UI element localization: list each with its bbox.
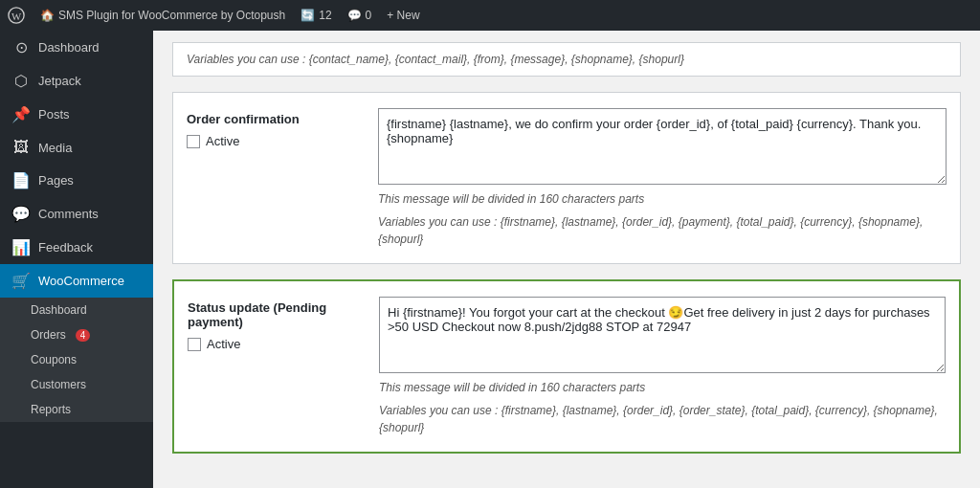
sidebar-item-woo-dashboard[interactable]: Dashboard [0, 298, 153, 322]
sidebar-item-woo-orders[interactable]: Orders 4 [0, 322, 153, 347]
status-update-content: This message will be divided in 160 char… [379, 297, 946, 436]
status-update-hint1: This message will be divided in 160 char… [379, 379, 946, 396]
pages-icon: 📄 [11, 171, 31, 189]
sidebar: ⊙ Dashboard ⬡ Jetpack 📌 Posts 🖼 Media 📄 … [0, 31, 153, 488]
updates-button[interactable]: 🔄 12 [301, 9, 331, 22]
sidebar-item-woo-coupons[interactable]: Coupons [0, 347, 153, 372]
top-vars-section: Variables you can use : {contact_name}, … [172, 42, 961, 77]
sidebar-item-comments[interactable]: 💬 Comments [0, 197, 153, 231]
order-confirmation-hint2: Variables you can use : {firstname}, {la… [378, 213, 947, 248]
status-update-row: Status update (Pending payment) Active T… [172, 279, 961, 454]
sidebar-item-dashboard[interactable]: ⊙ Dashboard [0, 31, 153, 64]
wp-logo[interactable]: W [8, 7, 25, 24]
new-button[interactable]: + New [387, 9, 419, 22]
sidebar-item-pages[interactable]: 📄 Pages [0, 164, 153, 197]
order-confirmation-hint1: This message will be divided in 160 char… [378, 190, 947, 208]
order-confirmation-content: This message will be divided in 160 char… [378, 108, 947, 248]
sidebar-item-woocommerce[interactable]: 🛒 WooCommerce [0, 264, 153, 298]
sidebar-item-woo-reports[interactable]: Reports [0, 397, 153, 422]
posts-icon: 📌 [11, 105, 31, 123]
order-confirmation-row: Order confirmation Active This message w… [172, 92, 961, 264]
sidebar-item-media[interactable]: 🖼 Media [0, 131, 153, 164]
woocommerce-icon: 🛒 [11, 272, 31, 290]
order-confirmation-checkbox[interactable] [187, 135, 200, 148]
comments-icon: 💬 [11, 205, 31, 223]
order-confirmation-active: Active [187, 134, 239, 148]
status-update-textarea[interactable] [379, 297, 946, 373]
svg-text:W: W [11, 11, 22, 22]
status-update-checkbox[interactable] [188, 338, 201, 351]
status-update-label: Status update (Pending payment) Active [188, 297, 360, 351]
order-confirmation-label: Order confirmation Active [187, 108, 359, 148]
sidebar-item-woo-customers[interactable]: Customers [0, 372, 153, 397]
site-name[interactable]: 🏠 SMS Plugin for WooCommerce by Octopush [40, 9, 285, 22]
sidebar-item-feedback[interactable]: 📊 Feedback [0, 231, 153, 264]
admin-bar: W 🏠 SMS Plugin for WooCommerce by Octopu… [0, 0, 980, 31]
jetpack-icon: ⬡ [11, 72, 31, 90]
main-content: Variables you can use : {contact_name}, … [153, 31, 980, 488]
status-update-active: Active [188, 337, 240, 351]
dashboard-icon: ⊙ [11, 38, 31, 56]
feedback-icon: 📊 [11, 238, 31, 256]
comments-button[interactable]: 💬 0 [347, 9, 372, 22]
sidebar-item-posts[interactable]: 📌 Posts [0, 98, 153, 131]
sidebar-item-jetpack[interactable]: ⬡ Jetpack [0, 64, 153, 98]
media-icon: 🖼 [11, 139, 31, 156]
orders-badge: 4 [76, 329, 91, 342]
status-update-hint2: Variables you can use : {firstname}, {la… [379, 402, 946, 436]
woo-submenu: Dashboard Orders 4 Coupons Customers Rep… [0, 298, 153, 422]
order-confirmation-textarea[interactable] [378, 108, 947, 185]
